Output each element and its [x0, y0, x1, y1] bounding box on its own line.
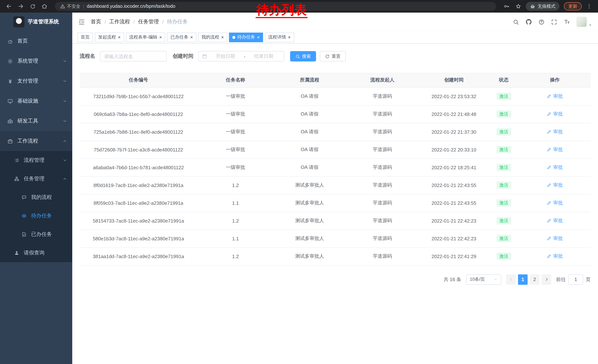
approve-link[interactable]: 审批	[547, 253, 563, 259]
sidebar-item-todo-tasks[interactable]: 待办任务	[0, 207, 72, 225]
security-status[interactable]: 不安全	[60, 3, 80, 9]
prev-page-button[interactable]	[506, 274, 516, 284]
sidebar-item-infrastructure[interactable]: 基础设施	[0, 91, 72, 111]
approve-link[interactable]: 审批	[547, 217, 563, 224]
browser-update-button[interactable]: 更新	[564, 2, 582, 10]
goto-suffix: 页	[586, 276, 590, 283]
cell-task-id: 069c6a63-7b8a-11ec-8ef0-acde48001122	[80, 105, 197, 123]
sidebar-item-my-process[interactable]: 我的流程	[0, 188, 72, 207]
tab-my-processes[interactable]: 我的流程×	[198, 32, 227, 42]
tab-bar: 首页 发起流程× 流程表单-编辑× 已办任务× 我的流程× 待办任务× 流程详情…	[72, 31, 598, 44]
approve-link[interactable]: 审批	[547, 182, 563, 188]
browser-back-button[interactable]	[4, 2, 13, 11]
sidebar-item-workflow[interactable]: 工作流程	[0, 131, 72, 151]
sidebar-item-leave-query[interactable]: 请假查询	[0, 244, 72, 262]
approve-link[interactable]: 审批	[547, 93, 563, 100]
sidebar-item-dev-tools[interactable]: 研发工具	[0, 111, 72, 131]
close-icon[interactable]: ×	[288, 35, 291, 40]
close-icon[interactable]: ×	[159, 35, 162, 40]
cell-starter: 芋道源码	[345, 87, 419, 105]
breadcrumb-task-mgmt[interactable]: 任务管理	[138, 18, 159, 25]
column-header-actions: 操作	[519, 73, 590, 87]
sidebar-item-home[interactable]: 首页	[0, 31, 72, 51]
page-button-1[interactable]: 1	[518, 274, 528, 284]
status-badge: 激活	[496, 128, 511, 136]
tab-done-tasks[interactable]: 已办任务×	[167, 32, 196, 42]
sidebar-item-task-mgmt[interactable]: 任务管理	[0, 170, 72, 188]
warning-icon	[60, 4, 65, 9]
user-menu[interactable]	[576, 17, 592, 27]
sidebar-item-system-mgmt[interactable]: 系统管理	[0, 51, 72, 71]
start-date-placeholder[interactable]: 开始日期	[208, 53, 242, 60]
chevron-down-icon	[63, 99, 67, 103]
page-size-select[interactable]: 10条/页	[466, 274, 501, 284]
browser-menu-button[interactable]	[585, 2, 594, 11]
search-button[interactable]: 搜索	[290, 51, 316, 61]
tab-process-detail[interactable]: 流程详情×	[265, 32, 294, 42]
chevron-down-icon	[63, 59, 67, 63]
approve-link[interactable]: 审批	[547, 129, 563, 135]
browser-forward-button[interactable]	[16, 2, 25, 11]
approve-link[interactable]: 审批	[547, 146, 563, 153]
table-row: 069c6a63-7b8a-11ec-8ef0-acde48001122 一级审…	[80, 105, 590, 123]
font-size-button[interactable]	[564, 18, 570, 25]
sidebar-item-done-tasks[interactable]: 已办任务	[0, 225, 72, 244]
edit-icon	[547, 254, 552, 259]
sidebar-item-process-mgmt[interactable]: 流程管理	[0, 151, 72, 170]
tab-form-edit[interactable]: 流程表单-编辑×	[126, 32, 165, 42]
close-icon[interactable]: ×	[190, 35, 193, 40]
cell-created: 2022-01-21 22:42:23	[419, 212, 488, 230]
app-logo[interactable]: 芋道管理系统	[0, 13, 72, 31]
cell-starter: 芋道源码	[345, 141, 419, 159]
approve-link[interactable]: 审批	[547, 111, 563, 117]
column-header-starter: 流程发起人	[345, 73, 419, 87]
yen-icon: ¥	[8, 78, 13, 84]
password-key-icon[interactable]	[502, 2, 511, 11]
cell-process: 测试多审批人	[274, 230, 345, 247]
search-icon	[513, 19, 519, 25]
cell-task-name: 1.2	[197, 176, 274, 194]
status-badge: 激活	[496, 181, 511, 189]
tab-initiate-process[interactable]: 发起流程×	[95, 32, 124, 42]
approve-link[interactable]: 审批	[547, 235, 563, 242]
approve-link[interactable]: 审批	[547, 164, 563, 171]
chevron-left-icon	[508, 277, 513, 282]
sidebar-item-payment-mgmt[interactable]: ¥ 支付管理	[0, 71, 72, 91]
active-dot	[233, 36, 235, 39]
bookmark-star-icon[interactable]	[514, 2, 523, 11]
reset-button[interactable]: 重置	[320, 51, 346, 61]
cell-task-name: 1.2	[197, 212, 274, 230]
header-search-button[interactable]	[513, 19, 519, 25]
column-header-task-name: 任务名称	[197, 73, 274, 87]
approve-link[interactable]: 审批	[547, 200, 563, 206]
browser-reload-button[interactable]	[28, 2, 37, 11]
address-bar[interactable]: 不安全 | dashboard.yudao.iocoder.cn/bpm/tas…	[55, 2, 496, 11]
edit-icon	[547, 94, 552, 99]
tab-home[interactable]: 首页	[77, 32, 93, 42]
chevron-down-icon	[493, 277, 498, 281]
close-icon[interactable]: ×	[221, 35, 224, 40]
close-icon[interactable]: ×	[118, 35, 121, 40]
filter-bar: 流程名 创建时间 开始日期 - 结束日期 搜索 重	[80, 51, 590, 61]
help-button[interactable]	[538, 19, 545, 25]
end-date-placeholder[interactable]: 结束日期	[247, 53, 281, 60]
tab-todo-tasks[interactable]: 待办任务×	[229, 32, 263, 42]
process-name-label: 流程名	[80, 53, 95, 60]
page-button-2[interactable]: 2	[530, 274, 540, 284]
browser-home-button[interactable]	[40, 2, 49, 11]
github-link[interactable]	[525, 18, 532, 25]
app-title: 芋道管理系统	[28, 18, 59, 25]
process-name-input[interactable]	[100, 51, 167, 61]
status-badge: 激活	[496, 164, 511, 171]
cell-process: 测试多审批人	[274, 247, 345, 265]
fullscreen-button[interactable]	[551, 19, 557, 25]
date-range-picker[interactable]: 开始日期 - 结束日期	[198, 51, 284, 61]
sidebar-collapse-button[interactable]	[78, 18, 85, 25]
breadcrumb-home[interactable]: 首页	[91, 18, 101, 25]
cell-starter: 芋道源码	[345, 105, 419, 123]
close-icon[interactable]: ×	[257, 35, 260, 40]
next-page-button[interactable]	[542, 274, 551, 284]
goto-page-input[interactable]	[568, 274, 583, 284]
breadcrumb-workflow[interactable]: 工作流程	[109, 18, 130, 25]
todo-table: 任务编号 任务名称 所属流程 流程发起人 创建时间 状态 操作 73211d9d…	[80, 73, 590, 265]
